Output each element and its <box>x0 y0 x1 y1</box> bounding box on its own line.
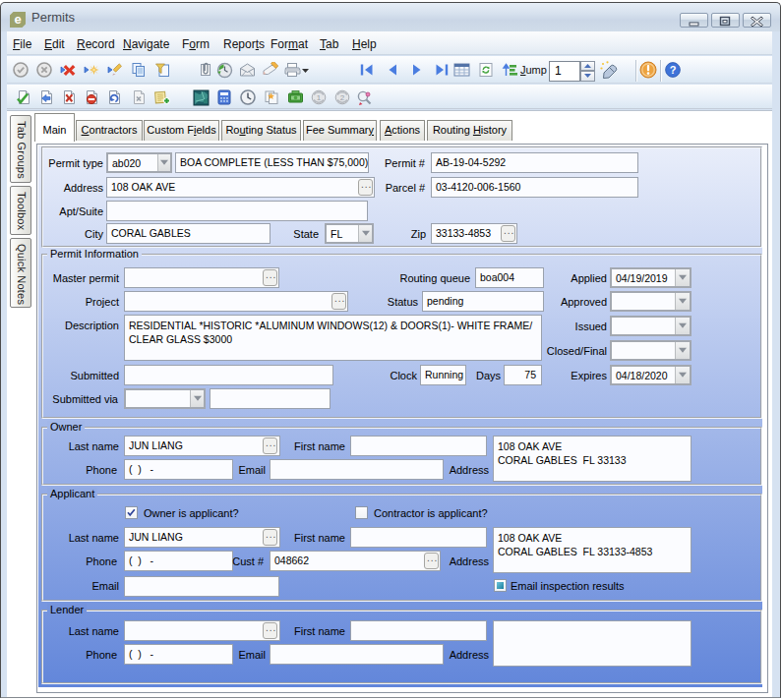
svg-text:1: 1 <box>317 93 322 102</box>
svg-text:?: ? <box>670 64 677 76</box>
svg-text:2: 2 <box>340 93 345 102</box>
